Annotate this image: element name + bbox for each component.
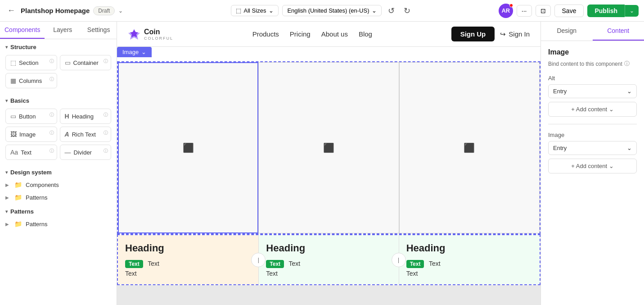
image-placeholder-1: ⬛ xyxy=(183,142,194,153)
tab-content[interactable]: Content xyxy=(593,22,644,41)
button-icon: ▭ xyxy=(10,113,16,120)
image-col-2[interactable]: ⬛ xyxy=(258,62,399,233)
image-info-icon[interactable]: ⓘ xyxy=(50,130,54,136)
card-1-divider-btn[interactable]: | xyxy=(251,253,266,267)
card-1-heading: Heading xyxy=(125,242,251,254)
patterns-folder-icon: 📁 xyxy=(14,194,22,201)
avatar-initials: AR xyxy=(501,7,510,14)
component-item-button[interactable]: ▭ Button ⓘ xyxy=(5,109,57,124)
divider-info-icon[interactable]: ⓘ xyxy=(104,148,108,154)
image-field-label: Image xyxy=(548,132,637,138)
nav-link-about[interactable]: About us xyxy=(321,30,348,38)
image-field-select[interactable]: Entry ⌄ xyxy=(548,141,637,155)
tab-settings[interactable]: Settings xyxy=(81,22,117,39)
divider xyxy=(548,124,637,124)
redo-button[interactable]: ↻ xyxy=(401,4,413,18)
text-info-icon[interactable]: ⓘ xyxy=(50,148,54,154)
component-item-text[interactable]: Aa Text ⓘ xyxy=(5,145,57,160)
alt-field-label: Alt xyxy=(548,75,637,82)
external-link-button[interactable]: ⊡ xyxy=(536,5,551,17)
button-info-icon[interactable]: ⓘ xyxy=(50,112,54,118)
design-system-section-header[interactable]: ▾ Design system xyxy=(0,164,117,178)
tab-layers[interactable]: Layers xyxy=(45,22,81,39)
basics-grid: ▭ Button ⓘ H Heading ⓘ 🖼 Image ⓘ A Rich … xyxy=(0,107,117,164)
right-panel: Design Content Image Bind content to thi… xyxy=(540,22,644,305)
nav-signup-button[interactable]: Sign Up xyxy=(451,27,495,41)
card-3-tag: Text xyxy=(406,260,424,268)
divider-icon: — xyxy=(65,149,71,156)
alt-field-select[interactable]: Entry ⌄ xyxy=(548,84,637,98)
language-selector[interactable]: English (United States) (en-US) ⌄ xyxy=(282,5,382,16)
patterns-item-folder-icon: 📁 xyxy=(14,220,22,228)
right-section: Image Bind content to this component ⓘ A… xyxy=(541,41,644,188)
design-system-components-label: Components xyxy=(26,182,59,188)
design-system-components[interactable]: ▶ 📁 Components xyxy=(0,178,117,191)
tab-design[interactable]: Design xyxy=(541,22,593,41)
panel-tabs: Components Layers Settings xyxy=(0,22,117,39)
heading-label: Heading xyxy=(72,113,94,120)
card-1-tag-row: Text Text xyxy=(125,259,251,268)
patterns-expand-arrow: ▶ xyxy=(5,195,9,200)
component-item-container[interactable]: ▭ Container ⓘ xyxy=(60,55,112,70)
basics-section-header[interactable]: ▾ Basics xyxy=(0,93,117,107)
image-section: ⬛ ⬛ ⬛ xyxy=(117,61,540,234)
components-expand-arrow: ▶ xyxy=(5,182,9,187)
nav-link-products[interactable]: Products xyxy=(252,30,279,38)
component-item-rich-text[interactable]: A Rich Text ⓘ xyxy=(60,127,112,142)
component-item-image[interactable]: 🖼 Image ⓘ xyxy=(5,127,57,142)
back-button[interactable]: ← xyxy=(5,4,17,17)
right-section-title: Image xyxy=(548,48,637,56)
page-menu-button[interactable]: ⌄ xyxy=(118,8,123,14)
nav-link-blog[interactable]: Blog xyxy=(359,30,372,38)
undo-button[interactable]: ↺ xyxy=(385,4,397,18)
container-info-icon[interactable]: ⓘ xyxy=(104,58,108,64)
card-2-divider-btn[interactable]: | xyxy=(392,253,406,267)
card-2-heading: Heading xyxy=(266,242,391,254)
patterns-label: Patterns xyxy=(10,208,34,215)
image-col-3[interactable]: ⬛ xyxy=(399,62,540,233)
bind-info-icon[interactable]: ⓘ xyxy=(624,60,630,68)
component-item-heading[interactable]: H Heading ⓘ xyxy=(60,109,112,124)
container-icon: ▭ xyxy=(65,59,71,66)
nav-signin-link[interactable]: ↪ Sign In xyxy=(500,30,530,38)
patterns-section-header[interactable]: ▾ Patterns xyxy=(0,204,117,218)
alt-field-row: Alt Entry ⌄ + Add content ⌄ xyxy=(548,75,637,117)
patterns-item[interactable]: ▶ 📁 Patterns xyxy=(0,218,117,230)
publish-arrow-button[interactable]: ⌄ xyxy=(625,5,639,17)
avatar-notification-dot xyxy=(509,4,513,7)
section-icon: ⬚ xyxy=(10,59,16,66)
canvas-area: Coin COLORFUL Products Pricing About us … xyxy=(117,22,540,305)
save-button[interactable]: Save xyxy=(554,5,584,17)
alt-add-content-button[interactable]: + Add content ⌄ xyxy=(548,102,637,117)
external-link-icon: ⊡ xyxy=(540,7,546,14)
image-label-text: Image xyxy=(122,49,139,55)
image-add-content-button[interactable]: + Add content ⌄ xyxy=(548,159,637,173)
image-field-value: Entry xyxy=(553,145,567,151)
nav-link-pricing[interactable]: Pricing xyxy=(290,30,311,38)
nav-logo: Coin COLORFUL xyxy=(128,28,173,41)
columns-info-icon[interactable]: ⓘ xyxy=(50,76,54,82)
size-selector[interactable]: ⬚ All Sizes ⌄ xyxy=(231,5,279,16)
tab-components[interactable]: Components xyxy=(0,22,45,39)
signin-label: Sign In xyxy=(509,30,530,38)
design-system-patterns[interactable]: ▶ 📁 Patterns xyxy=(0,191,117,204)
image-field-row: Image Entry ⌄ + Add content ⌄ xyxy=(548,132,637,173)
rich-text-info-icon[interactable]: ⓘ xyxy=(104,130,108,136)
component-item-section[interactable]: ⬚ Section ⓘ xyxy=(5,55,57,70)
structure-section-header[interactable]: ▾ Structure xyxy=(0,39,117,53)
heading-info-icon[interactable]: ⓘ xyxy=(104,112,108,118)
design-system-patterns-label: Patterns xyxy=(26,194,47,201)
section-info-icon[interactable]: ⓘ xyxy=(50,58,54,64)
component-item-divider[interactable]: — Divider ⓘ xyxy=(60,145,112,160)
image-label-bar[interactable]: Image ⌄ xyxy=(117,47,152,57)
image-section-wrapper: Image ⌄ ⬛ ⬛ ⬛ xyxy=(117,61,540,234)
card-2-text-block: Text xyxy=(266,270,391,277)
avatar: AR xyxy=(499,4,513,18)
lang-label: English (United States) (en-US) xyxy=(287,7,369,14)
alt-field-chevron: ⌄ xyxy=(627,88,632,95)
image-col-1[interactable]: ⬛ xyxy=(118,62,258,233)
logo-sub: COLORFUL xyxy=(144,36,173,41)
component-item-columns[interactable]: ▦ Columns ⓘ xyxy=(5,73,57,88)
publish-button[interactable]: Publish xyxy=(587,5,625,17)
more-button[interactable]: ··· xyxy=(517,5,532,17)
